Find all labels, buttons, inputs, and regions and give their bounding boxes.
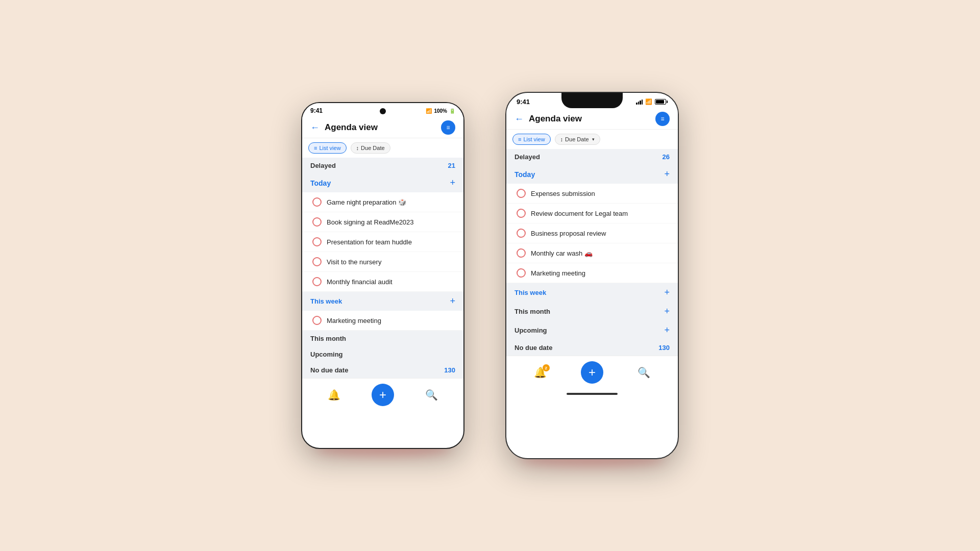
task-complete-circle[interactable] [517, 209, 526, 218]
ios-add-task-button[interactable]: + [581, 361, 603, 384]
ios-status-icons: 📶 [636, 98, 668, 105]
due-date-label: Due Date [361, 145, 384, 151]
android-task-item[interactable]: Game night preparation 🎲 [302, 192, 463, 212]
sort-icon: ↕ [356, 145, 359, 151]
search-icon: 🔍 [638, 367, 650, 378]
chevron-down-icon: ▾ [592, 137, 595, 142]
ios-delayed-label: Delayed [514, 153, 540, 161]
add-task-button[interactable]: + [372, 384, 394, 406]
android-task-item[interactable]: Book signing at ReadMe2023 [302, 212, 463, 232]
android-today-section[interactable]: Today + [302, 173, 463, 192]
ios-notification-button[interactable]: 🔔 2 [534, 366, 547, 379]
ios-today-section[interactable]: Today + [506, 165, 678, 184]
android-this-month-label: This month [310, 335, 346, 342]
ios-app-title: Agenda view [529, 114, 655, 124]
android-toolbar: ≡ List view ↕ Due Date [302, 138, 463, 158]
ios-task-item[interactable]: Marketing meeting [506, 263, 678, 283]
sort-icon: ↕ [560, 136, 564, 142]
task-complete-circle[interactable] [517, 268, 526, 278]
android-task-item[interactable]: Visit to the nursery [302, 252, 463, 272]
android-camera [380, 108, 386, 114]
ios-this-week-label: This week [514, 289, 546, 296]
ios-search-button[interactable]: 🔍 [638, 366, 650, 379]
wifi-icon: 📶 [645, 98, 652, 105]
android-delayed-section[interactable]: Delayed 21 [302, 158, 463, 173]
android-upcoming-section[interactable]: Upcoming [302, 346, 463, 362]
ios-home-indicator[interactable] [567, 393, 618, 395]
list-view-button[interactable]: ≡ List view [308, 142, 347, 154]
android-today-add-button[interactable]: + [450, 178, 455, 188]
task-complete-circle[interactable] [312, 316, 322, 325]
android-app-title: Agenda view [325, 122, 441, 133]
android-back-button[interactable]: ← [310, 122, 320, 133]
ios-this-week-add-button[interactable]: + [664, 287, 670, 298]
ios-task-item[interactable]: Monthly car wash 🚗 [506, 243, 678, 263]
ios-list-view-button[interactable]: ≡ List view [512, 134, 551, 145]
ios-task-item[interactable]: Expenses submission [506, 184, 678, 204]
android-phone-wrapper: 9:41 📶 100% 🔋 ← Agenda view ≡ ≡ [301, 102, 464, 449]
android-status-bar: 9:41 📶 100% 🔋 [302, 103, 463, 116]
task-complete-circle[interactable] [312, 197, 322, 207]
ios-bottom-nav: 🔔 2 + 🔍 [506, 356, 678, 390]
notification-button[interactable]: 🔔 [328, 389, 340, 401]
search-icon: 🔍 [425, 389, 438, 400]
android-task-item[interactable]: Presentation for team huddle [302, 232, 463, 252]
list-view-icon: ≡ [314, 145, 317, 151]
ios-notch [561, 93, 623, 108]
android-upcoming-label: Upcoming [310, 350, 343, 358]
ios-filter-icon[interactable]: ≡ [655, 112, 670, 126]
android-today-actions: + [450, 178, 455, 188]
ios-no-due-date-count: 130 [658, 344, 670, 352]
task-complete-circle[interactable] [517, 248, 526, 258]
android-this-week-add-button[interactable]: + [450, 296, 455, 307]
ios-task-item[interactable]: Business proposal review [506, 223, 678, 243]
list-view-label: List view [523, 136, 545, 142]
list-view-label: List view [319, 145, 340, 151]
ios-upcoming-section[interactable]: Upcoming + [506, 321, 678, 340]
ios-delayed-count: 26 [663, 153, 670, 161]
android-task-item[interactable]: Marketing meeting [302, 311, 463, 331]
search-button[interactable]: 🔍 [425, 389, 438, 401]
ios-no-due-date-section[interactable]: No due date 130 [506, 340, 678, 356]
add-icon: + [589, 365, 596, 380]
task-text: Game night preparation 🎲 [327, 198, 455, 206]
ios-no-due-date-label: No due date [514, 344, 552, 352]
ios-due-date-button[interactable]: ↕ Due Date ▾ [555, 134, 600, 145]
ios-delayed-section[interactable]: Delayed 26 [506, 149, 678, 165]
ios-back-button[interactable]: ← [514, 114, 524, 124]
task-complete-circle[interactable] [312, 257, 322, 266]
task-complete-circle[interactable] [312, 217, 322, 227]
android-filter-icon[interactable]: ≡ [441, 120, 455, 135]
task-complete-circle[interactable] [312, 237, 322, 246]
ios-this-month-add-button[interactable]: + [664, 306, 670, 317]
task-text: Business proposal review [531, 230, 670, 237]
ios-task-item[interactable]: Review document for Legal team [506, 204, 678, 223]
filter-lines-icon: ≡ [660, 115, 664, 122]
android-scroll-area[interactable]: Delayed 21 Today + Game night preparatio… [302, 158, 463, 378]
android-app-header: ← Agenda view ≡ [302, 116, 463, 138]
android-bottom-nav: 🔔 + 🔍 [302, 378, 463, 412]
android-app-content: ← Agenda view ≡ ≡ List view ↕ Due Date [302, 116, 463, 412]
ios-today-add-button[interactable]: + [664, 169, 670, 180]
task-text: Marketing meeting [327, 317, 455, 324]
task-complete-circle[interactable] [312, 277, 322, 286]
task-text: Book signing at ReadMe2023 [327, 218, 455, 226]
ios-upcoming-add-button[interactable]: + [664, 325, 670, 336]
android-this-week-section[interactable]: This week + [302, 292, 463, 311]
battery-icon [655, 99, 668, 105]
task-complete-circle[interactable] [517, 189, 526, 198]
android-no-due-date-count: 130 [444, 366, 455, 374]
android-task-item[interactable]: Monthly financial audit [302, 272, 463, 292]
ios-scroll-area[interactable]: Delayed 26 Today + Expenses submission R… [506, 149, 678, 356]
android-no-due-date-section[interactable]: No due date 130 [302, 362, 463, 378]
ios-this-week-section[interactable]: This week + [506, 283, 678, 302]
add-icon: + [379, 388, 386, 402]
due-date-button[interactable]: ↕ Due Date [351, 142, 390, 154]
filter-lines-icon: ≡ [446, 124, 450, 131]
ios-this-month-section[interactable]: This month + [506, 302, 678, 321]
android-this-month-section[interactable]: This month [302, 331, 463, 346]
task-complete-circle[interactable] [517, 229, 526, 238]
android-phone: 9:41 📶 100% 🔋 ← Agenda view ≡ ≡ [301, 102, 464, 449]
android-delayed-label: Delayed [310, 162, 336, 169]
battery-icon: 🔋 [449, 108, 455, 114]
